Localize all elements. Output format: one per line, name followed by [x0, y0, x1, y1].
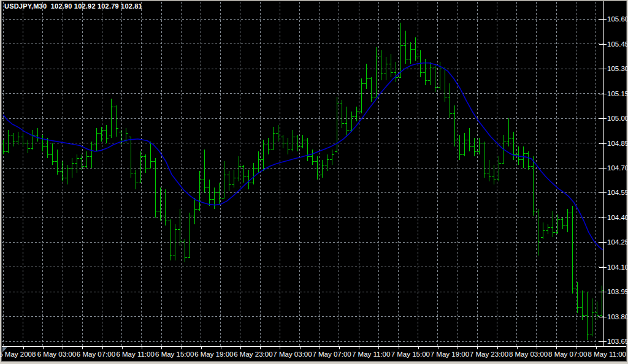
time-label: 7 May 15:00	[391, 351, 430, 358]
chart-background	[2, 1, 626, 361]
terminal-chart-window: 105.60105.45105.30105.15105.00104.85104.…	[0, 0, 628, 364]
price-label: 103.80	[607, 313, 628, 320]
price-label: 103.95	[607, 288, 628, 295]
time-label: 7 May 23:00	[470, 351, 508, 358]
price-label: 104.25	[607, 238, 628, 246]
price-label: 104.55	[607, 189, 628, 196]
price-label: 103.65	[607, 338, 628, 345]
time-label: 6 May 03:00	[37, 351, 76, 358]
time-label: 6 May 23:00	[234, 351, 272, 358]
time-label: 8 May 07:00	[548, 351, 587, 358]
time-label: 7 May 11:00	[352, 351, 390, 358]
time-label: 8 May 11:00	[588, 351, 626, 358]
time-label: 6 May 19:00	[194, 351, 233, 358]
price-label: 104.40	[607, 214, 628, 221]
time-label: 5 May 2008	[0, 351, 36, 358]
price-label: 105.45	[607, 40, 628, 48]
price-label: 105.00	[607, 115, 628, 122]
price-label: 104.70	[607, 164, 628, 172]
time-label: 6 May 15:00	[155, 351, 194, 358]
price-label: 105.15	[607, 90, 628, 97]
price-chart[interactable]: 105.60105.45105.30105.15105.00104.85104.…	[0, 0, 628, 364]
time-label: 8 May 03:00	[509, 351, 548, 358]
time-label: 7 May 03:00	[273, 351, 312, 358]
chart-ohlc-readout: USDJPY,M30 102.90 102.92 102.79 102.81	[4, 2, 142, 10]
time-label: 7 May 07:00	[312, 351, 351, 358]
price-label: 105.30	[607, 65, 628, 72]
price-label: 105.60	[607, 15, 628, 23]
price-label: 104.85	[607, 140, 628, 147]
time-label: 6 May 07:00	[77, 351, 115, 358]
price-label: 104.10	[607, 264, 628, 271]
time-label: 7 May 19:00	[431, 351, 469, 358]
time-label: 6 May 11:00	[116, 351, 154, 358]
